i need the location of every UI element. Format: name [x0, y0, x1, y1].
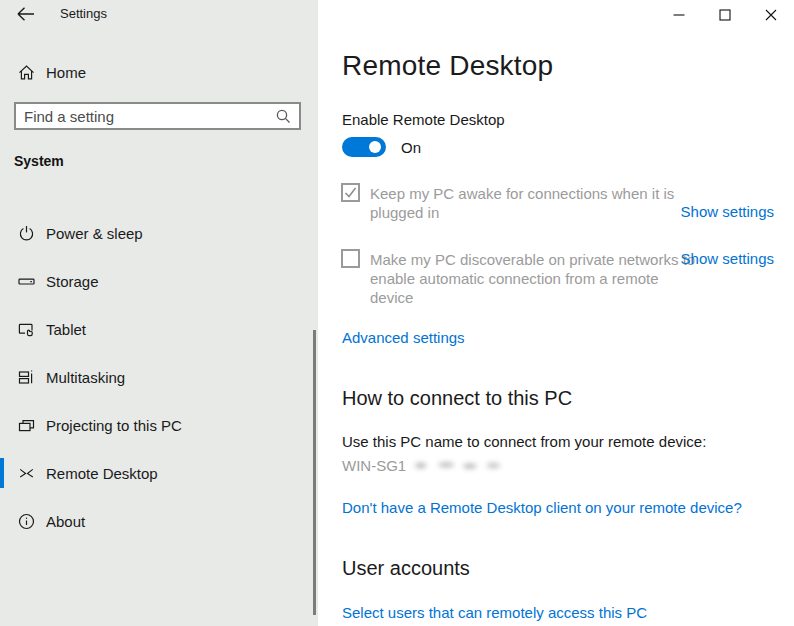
sidebar-item-label: About: [46, 513, 85, 530]
show-settings-link-discoverable[interactable]: Show settings: [681, 250, 774, 267]
search-box: [14, 102, 301, 130]
sidebar-item-remote-desktop[interactable]: Remote Desktop: [0, 449, 318, 497]
sidebar-item-label: Remote Desktop: [46, 465, 158, 482]
sidebar-item-power-sleep[interactable]: Power & sleep: [0, 209, 318, 257]
search-icon[interactable]: [274, 107, 292, 125]
window-controls: [656, 0, 794, 30]
user-accounts-heading: User accounts: [342, 557, 470, 580]
sidebar-scrollbar[interactable]: [313, 330, 316, 615]
power-icon: [18, 225, 35, 242]
remote-desktop-page: Remote Desktop Enable Remote Desktop On …: [318, 0, 794, 626]
page-title: Remote Desktop: [342, 50, 553, 82]
toggle-knob: [369, 141, 381, 153]
sidebar-item-label: Projecting to this PC: [46, 417, 182, 434]
advanced-settings-link[interactable]: Advanced settings: [342, 329, 465, 346]
sidebar-item-projecting[interactable]: Projecting to this PC: [0, 401, 318, 449]
sidebar-item-label: Storage: [46, 273, 99, 290]
select-users-link[interactable]: Select users that can remotely access th…: [342, 604, 647, 621]
enable-remote-desktop-label: Enable Remote Desktop: [342, 111, 505, 128]
minimize-button[interactable]: [656, 0, 702, 30]
remote-desktop-toggle[interactable]: [342, 137, 386, 157]
sidebar-item-label: Tablet: [46, 321, 86, 338]
app-title: Settings: [60, 6, 107, 21]
close-button[interactable]: [748, 0, 794, 30]
option-text: Keep my PC awake for connections when it…: [370, 184, 702, 222]
tablet-icon: [18, 321, 35, 338]
discoverable-checkbox[interactable]: [341, 249, 360, 268]
keep-awake-checkbox[interactable]: [341, 183, 360, 202]
sidebar-item-label: Home: [46, 64, 86, 81]
enable-toggle-row: On: [342, 137, 421, 157]
about-icon: [18, 513, 35, 530]
settings-sidebar: Settings Home System: [0, 0, 318, 626]
sidebar-item-storage[interactable]: Storage: [0, 257, 318, 305]
sidebar-item-tablet[interactable]: Tablet: [0, 305, 318, 353]
maximize-button[interactable]: [702, 0, 748, 30]
sidebar-item-home[interactable]: Home: [0, 54, 318, 90]
show-settings-link-keep-awake[interactable]: Show settings: [681, 203, 774, 220]
sidebar-item-multitasking[interactable]: Multitasking: [0, 353, 318, 401]
search-input[interactable]: [16, 104, 274, 128]
storage-icon: [18, 273, 35, 290]
pc-name-visible-text: WIN-SG1: [342, 457, 406, 474]
sidebar-item-about[interactable]: About: [0, 497, 318, 545]
sidebar-nav-list: Power & sleep Storage Tablet: [0, 209, 318, 545]
how-to-connect-heading: How to connect to this PC: [342, 387, 572, 410]
pc-name-redacted-blur: [409, 459, 507, 472]
sidebar-item-label: Power & sleep: [46, 225, 143, 242]
toggle-state-label: On: [401, 139, 421, 156]
remote-desktop-client-link[interactable]: Don't have a Remote Desktop client on yo…: [342, 499, 742, 516]
sidebar-section-label: System: [14, 153, 64, 169]
pc-name-value: WIN-SG1: [342, 457, 507, 474]
option-text: Make my PC discoverable on private netwo…: [370, 250, 702, 307]
sidebar-item-label: Multitasking: [46, 369, 125, 386]
home-icon: [18, 64, 35, 81]
remote-desktop-icon: [18, 465, 35, 482]
pc-name-instruction: Use this PC name to connect from your re…: [342, 433, 706, 450]
back-icon[interactable]: [16, 5, 36, 23]
projecting-icon: [18, 417, 35, 434]
multitasking-icon: [18, 369, 35, 386]
